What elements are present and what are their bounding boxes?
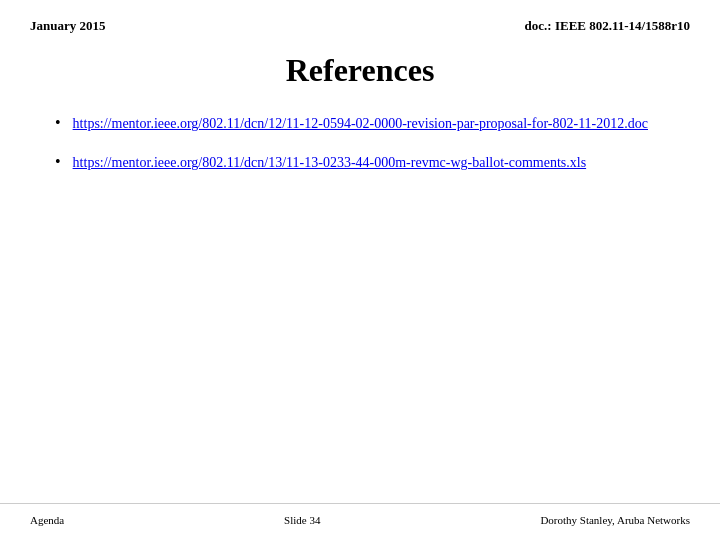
footer-slide-number: Slide 34 bbox=[284, 514, 320, 526]
page-title: References bbox=[0, 52, 720, 89]
reference-list: • https://mentor.ieee.org/802.11/dcn/12/… bbox=[55, 113, 670, 173]
footer-label: Agenda bbox=[30, 514, 64, 526]
bullet-icon: • bbox=[55, 114, 61, 132]
reference-link-1[interactable]: https://mentor.ieee.org/802.11/dcn/12/11… bbox=[73, 113, 648, 134]
reference-link-2[interactable]: https://mentor.ieee.org/802.11/dcn/13/11… bbox=[73, 152, 587, 173]
slide: January 2015 doc.: IEEE 802.11-14/1588r1… bbox=[0, 0, 720, 540]
content-area: • https://mentor.ieee.org/802.11/dcn/12/… bbox=[0, 113, 720, 173]
bullet-icon: • bbox=[55, 153, 61, 171]
header: January 2015 doc.: IEEE 802.11-14/1588r1… bbox=[0, 0, 720, 34]
list-item: • https://mentor.ieee.org/802.11/dcn/12/… bbox=[55, 113, 670, 134]
header-doc: doc.: IEEE 802.11-14/1588r10 bbox=[525, 18, 690, 34]
title-section: References bbox=[0, 52, 720, 89]
list-item: • https://mentor.ieee.org/802.11/dcn/13/… bbox=[55, 152, 670, 173]
header-date: January 2015 bbox=[30, 18, 105, 34]
footer-author: Dorothy Stanley, Aruba Networks bbox=[540, 514, 690, 526]
footer: Agenda Slide 34 Dorothy Stanley, Aruba N… bbox=[0, 503, 720, 540]
